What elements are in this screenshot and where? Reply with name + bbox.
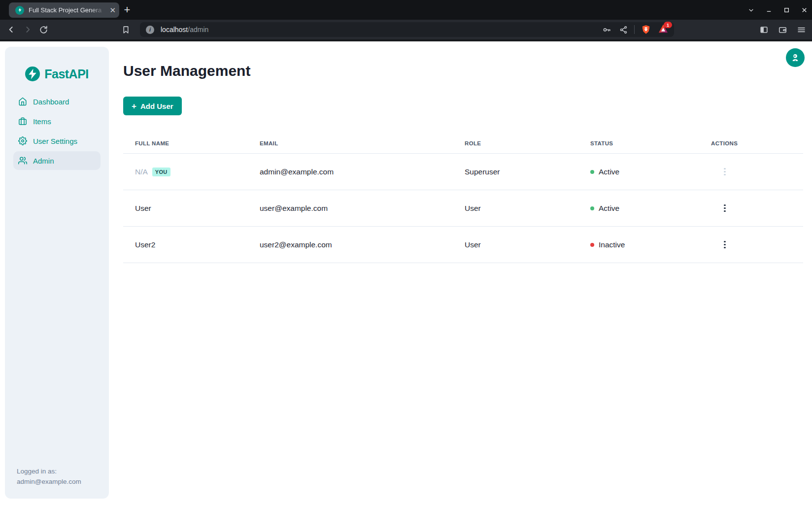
close-window-button[interactable] [800, 6, 808, 14]
add-user-button[interactable]: + Add User [123, 97, 182, 115]
home-icon [18, 97, 27, 106]
cell-status: Active [578, 168, 699, 176]
cell-full-name: User2 [123, 240, 248, 249]
row-actions-menu-icon[interactable] [721, 202, 729, 215]
col-header-email: EMAIL [248, 140, 453, 146]
cell-actions [699, 165, 803, 179]
page-title: User Management [123, 41, 803, 79]
cell-status: Inactive [578, 240, 699, 249]
page-content: FastAPI Dashboard Items User Settings Ad… [0, 41, 812, 505]
new-tab-button[interactable]: + [121, 3, 134, 16]
status-dot-icon [590, 206, 594, 210]
status-dot-icon [590, 243, 594, 247]
side-panel-icon[interactable] [758, 24, 770, 35]
tab-strip: Full Stack Project Genera ✕ + [0, 0, 812, 20]
status-value: Inactive [599, 240, 625, 249]
briefcase-icon [18, 117, 27, 126]
status-value: Active [599, 204, 619, 213]
site-info-icon[interactable]: i [146, 26, 154, 34]
add-user-label: Add User [140, 102, 173, 110]
sidebar-item-items[interactable]: Items [13, 112, 101, 131]
table-row: N/A YOU admin@example.com Superuser Acti… [123, 154, 803, 190]
share-icon[interactable] [619, 26, 628, 34]
brave-shield-icon[interactable] [641, 25, 651, 34]
minimize-button[interactable] [765, 6, 773, 14]
cell-status: Active [578, 204, 699, 213]
main-content: User Management + Add User FULL NAME EMA… [123, 41, 803, 79]
sidebar-item-label: User Settings [33, 137, 77, 145]
fastapi-logo: FastAPI [5, 47, 109, 81]
logged-in-as: Logged in as: admin@example.com [17, 466, 81, 487]
full-name-value: N/A [135, 168, 148, 176]
url-host: localhost [161, 26, 188, 34]
rewards-notification-badge: 1 [664, 22, 672, 28]
table-row: User2 user2@example.com User Inactive [123, 227, 803, 263]
cell-role: User [453, 204, 578, 213]
cell-actions [699, 238, 803, 252]
password-key-icon[interactable] [602, 25, 611, 34]
browser-tab[interactable]: Full Stack Project Genera ✕ [9, 2, 119, 18]
users-table: FULL NAME EMAIL ROLE STATUS ACTIONS N/A … [123, 133, 803, 263]
cell-email: user2@example.com [248, 240, 453, 249]
brave-rewards-button[interactable]: 1 [658, 24, 668, 35]
fastapi-bolt-icon [25, 67, 40, 81]
table-row: User user@example.com User Active [123, 190, 803, 227]
maximize-button[interactable] [782, 6, 790, 14]
url-text[interactable]: localhost/admin [161, 26, 208, 34]
sidebar-item-admin[interactable]: Admin [13, 151, 101, 170]
fastapi-favicon-icon [15, 6, 24, 15]
col-header-actions: ACTIONS [699, 140, 803, 146]
cell-email: user@example.com [248, 204, 453, 213]
cell-role: Superuser [453, 168, 578, 176]
col-header-full-name: FULL NAME [123, 140, 248, 146]
users-icon [18, 156, 27, 165]
menu-hamburger-icon[interactable] [795, 24, 807, 35]
cell-role: User [453, 240, 578, 249]
cell-full-name: User [123, 204, 248, 213]
logged-in-label: Logged in as: [17, 466, 81, 476]
url-path: /admin [188, 26, 208, 34]
status-value: Active [599, 168, 619, 176]
cell-actions [699, 202, 803, 215]
tab-close-icon[interactable]: ✕ [109, 6, 116, 14]
sidebar-item-label: Dashboard [33, 98, 69, 106]
reload-button[interactable] [37, 24, 49, 35]
sidebar-item-label: Items [33, 117, 51, 126]
cell-email: admin@example.com [248, 168, 453, 176]
window-controls [747, 0, 808, 20]
table-header-row: FULL NAME EMAIL ROLE STATUS ACTIONS [123, 133, 803, 154]
tab-search-chevron-icon[interactable] [747, 6, 755, 14]
cell-full-name: N/A YOU [123, 168, 248, 176]
sidebar-item-label: Admin [33, 157, 54, 165]
brave-wallet-icon[interactable] [777, 24, 788, 35]
tab-title: Full Stack Project Genera [29, 6, 107, 14]
col-header-status: STATUS [578, 140, 699, 146]
sidebar-item-dashboard[interactable]: Dashboard [13, 92, 101, 111]
bookmark-icon[interactable] [120, 24, 132, 35]
row-actions-menu-icon[interactable] [721, 238, 729, 252]
row-actions-menu-icon[interactable] [721, 165, 729, 179]
status-dot-icon [590, 170, 594, 174]
back-button[interactable] [5, 24, 17, 35]
toolbar-right-icons [758, 24, 807, 35]
address-bar[interactable]: i localhost/admin 1 [140, 22, 674, 37]
omnibox-divider [634, 25, 635, 34]
sidebar-item-user-settings[interactable]: User Settings [13, 132, 101, 150]
logo-text: FastAPI [44, 67, 89, 81]
logged-in-email: admin@example.com [17, 476, 81, 487]
sidebar: FastAPI Dashboard Items User Settings Ad… [5, 47, 109, 499]
you-badge: YOU [152, 168, 170, 176]
gear-icon [18, 136, 27, 145]
sidebar-nav: Dashboard Items User Settings Admin [5, 92, 109, 170]
forward-button[interactable] [22, 24, 34, 35]
plus-icon: + [132, 102, 136, 110]
col-header-role: ROLE [453, 140, 578, 146]
browser-toolbar: i localhost/admin 1 [0, 20, 812, 39]
